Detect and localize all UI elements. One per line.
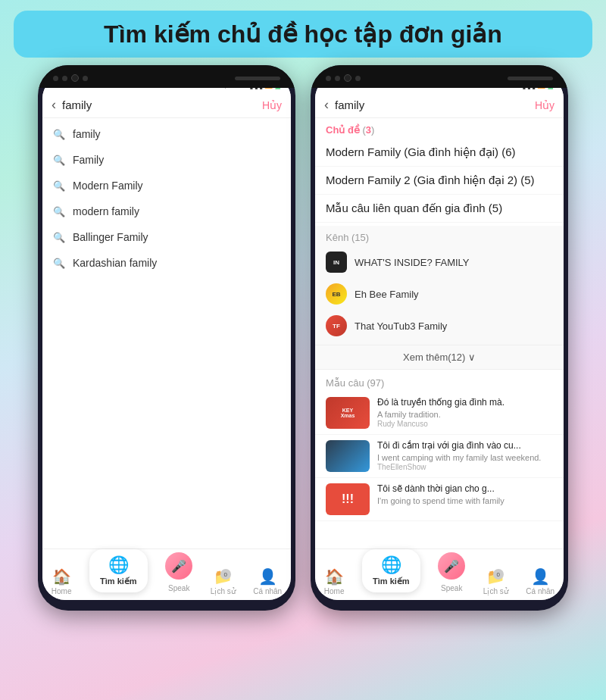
- channel-item-2[interactable]: TF That YouTub3 Family: [315, 310, 564, 342]
- back-arrow-left[interactable]: ‹: [52, 97, 56, 113]
- nav-search-left[interactable]: 🌐 Tìm kiếm: [89, 549, 148, 592]
- phones-row: 9:19 1,8KB/s ▐▐▐ 📶 ▓ ‹ family Hủy: [0, 65, 606, 611]
- sentence-thumb-0: KEYXmas: [326, 397, 370, 429]
- speaker-bar-right: [508, 77, 553, 80]
- phone-right: 9:19 207KB/s ▐▐▐ 📶 ▓ ‹ family Hủy: [311, 65, 568, 611]
- channel-name-2: That YouTub3 Family: [355, 320, 447, 332]
- nav-search-right[interactable]: 🌐 Tìm kiếm: [362, 549, 420, 592]
- topic-item-1[interactable]: Modern Family 2 (Gia đình hiện đại 2) (5…: [315, 167, 564, 195]
- cancel-btn-left[interactable]: Hủy: [262, 99, 282, 111]
- home-icon: 🏠: [52, 567, 71, 586]
- list-item[interactable]: 🔍 Modern Family: [42, 173, 291, 198]
- sentences-header: Mẫu câu (97): [315, 373, 564, 392]
- sentence-item-0[interactable]: KEYXmas Đó là truyền thống gia đình mà. …: [315, 392, 564, 435]
- channel-avatar-1: EB: [326, 283, 347, 305]
- search-icon-s2: 🔍: [53, 180, 65, 192]
- profile-icon-r: 👤: [531, 567, 550, 586]
- cam-dot-r3: [355, 76, 361, 81]
- nav-home-left[interactable]: 🏠 Home: [52, 567, 72, 595]
- sentence-en-1: I went camping with my family last weeke…: [377, 452, 553, 463]
- list-item[interactable]: 🔍 modern family: [42, 198, 291, 224]
- home-icon-r: 🏠: [325, 567, 344, 586]
- sentence-item-2[interactable]: !!! Tôi sẽ dành thời gian cho g... I'm g…: [315, 478, 564, 521]
- mic-circle-left[interactable]: 🎤: [165, 552, 192, 580]
- search-results-right: Chủ đề (3) Modern Family (Gia đình hiện …: [315, 118, 564, 591]
- see-more-button[interactable]: Xem thêm(12) ∨: [315, 345, 564, 370]
- profile-icon: 👤: [258, 567, 277, 586]
- bottom-nav-left: 🏠 Home 🌐 Tìm kiếm 🎤 Speak: [42, 548, 291, 600]
- cam-dot-front: [71, 74, 79, 82]
- nav-history-label-right: Lịch sử: [483, 587, 508, 595]
- sentences-count: 97: [370, 377, 381, 389]
- search-bar-right[interactable]: ‹ family Hủy: [315, 92, 564, 118]
- channel-count: 15: [355, 232, 365, 243]
- channel-avatar-0: IN: [326, 252, 347, 273]
- topics-count: 3: [366, 124, 371, 136]
- see-more-label: Xem thêm(12) ∨: [403, 352, 476, 363]
- sentence-thumb-1: [326, 440, 370, 472]
- nav-speak-right[interactable]: 🎤 Speak: [438, 552, 465, 592]
- topic-item-0[interactable]: Modern Family (Gia đình hiện đại) (6): [315, 139, 564, 167]
- sentence-text-2: Tôi sẽ dành thời gian cho g... I'm going…: [377, 483, 553, 506]
- sentences-label: Mẫu câu: [326, 377, 364, 389]
- nav-speak-label-right: Speak: [441, 584, 462, 592]
- sentence-author-0: Rudy Mancuso: [377, 420, 553, 428]
- nav-profile-label-left: Cá nhân: [253, 587, 282, 595]
- cancel-btn-right[interactable]: Hủy: [535, 99, 554, 111]
- camera-area-right: [326, 74, 361, 82]
- list-item[interactable]: 🔍 family: [42, 121, 291, 147]
- search-icon-s3: 🔍: [53, 206, 65, 217]
- sentence-vi-0: Đó là truyền thống gia đình mà.: [377, 397, 553, 409]
- channel-label: Kênh: [326, 232, 348, 243]
- list-item[interactable]: 🔍 Ballinger Family: [42, 224, 291, 250]
- header-banner: Tìm kiếm chủ đề học tập đơn giản: [14, 11, 592, 58]
- list-item[interactable]: 🔍 Family: [42, 147, 291, 173]
- sentence-vi-1: Tôi đi cắm trại với gia đình vào cu...: [377, 440, 553, 452]
- bottom-nav-right: 🏠 Home 🌐 Tìm kiếm 🎤 Speak: [315, 548, 564, 600]
- sentence-thumb-2: !!!: [326, 483, 370, 515]
- header-title: Tìm kiếm chủ đề học tập đơn giản: [29, 20, 577, 48]
- nav-speak-label-left: Speak: [168, 584, 189, 592]
- cam-dot-1: [53, 76, 58, 81]
- nav-speak-left[interactable]: 🎤 Speak: [165, 552, 192, 592]
- suggestion-text-3: modern family: [73, 205, 139, 217]
- nav-home-right[interactable]: 🏠 Home: [324, 567, 345, 595]
- phone-left: 9:19 1,8KB/s ▐▐▐ 📶 ▓ ‹ family Hủy: [38, 65, 295, 611]
- nav-profile-right[interactable]: 👤 Cá nhân: [526, 567, 554, 595]
- mic-circle-right[interactable]: 🎤: [438, 552, 465, 580]
- cam-dot-3: [83, 76, 88, 81]
- sentence-text-1: Tôi đi cắm trại với gia đình vào cu... I…: [377, 440, 553, 471]
- sentence-text-0: Đó là truyền thống gia đình mà. A family…: [377, 397, 553, 428]
- nav-home-label-right: Home: [324, 587, 345, 595]
- channel-name-1: Eh Bee Family: [355, 289, 419, 300]
- sentences-section: Mẫu câu (97) KEYXmas Đó là truyền thống …: [315, 373, 564, 521]
- cam-dot-r1: [326, 76, 331, 81]
- channel-item-1[interactable]: EB Eh Bee Family: [315, 278, 564, 310]
- topics-header: Chủ đề (3): [315, 118, 564, 139]
- cam-dot-2: [62, 76, 67, 81]
- speaker-bar-left: [235, 77, 280, 80]
- search-bar-left[interactable]: ‹ family Hủy: [42, 92, 291, 118]
- mic-icon: 🎤: [171, 559, 186, 573]
- nav-history-left[interactable]: 📁 0 Lịch sử: [211, 567, 236, 595]
- phone-top-bar-right: [311, 68, 568, 88]
- suggestion-text-0: family: [73, 128, 101, 140]
- topics-section: Chủ đề (3) Modern Family (Gia đình hiện …: [315, 118, 564, 223]
- suggestion-text-5: Kardashian family: [73, 257, 157, 269]
- list-item[interactable]: 🔍 Kardashian family: [42, 250, 291, 276]
- nav-history-right[interactable]: 📁 0 Lịch sử: [483, 567, 508, 595]
- channel-section: Kênh (15) IN WHAT'S INSIDE? FAMILY EB Eh…: [315, 226, 564, 370]
- nav-search-label-left: Tìm kiếm: [100, 577, 137, 586]
- topic-item-2[interactable]: Mẫu câu liên quan đến gia đình (5): [315, 195, 564, 223]
- phone-screen-left: 9:19 1,8KB/s ▐▐▐ 📶 ▓ ‹ family Hủy: [42, 76, 291, 600]
- suggestion-text-2: Modern Family: [73, 180, 143, 192]
- search-icon-s1: 🔍: [53, 155, 65, 166]
- search-icon-s5: 🔍: [53, 258, 65, 269]
- nav-profile-left[interactable]: 👤 Cá nhân: [253, 567, 282, 595]
- channel-item-0[interactable]: IN WHAT'S INSIDE? FAMILY: [315, 246, 564, 278]
- sentence-item-1[interactable]: Tôi đi cắm trại với gia đình vào cu... I…: [315, 435, 564, 478]
- search-input-left[interactable]: family: [62, 98, 256, 111]
- back-arrow-right[interactable]: ‹: [324, 97, 329, 113]
- search-input-right[interactable]: family: [335, 98, 529, 111]
- search-globe-icon: 🌐: [108, 555, 129, 575]
